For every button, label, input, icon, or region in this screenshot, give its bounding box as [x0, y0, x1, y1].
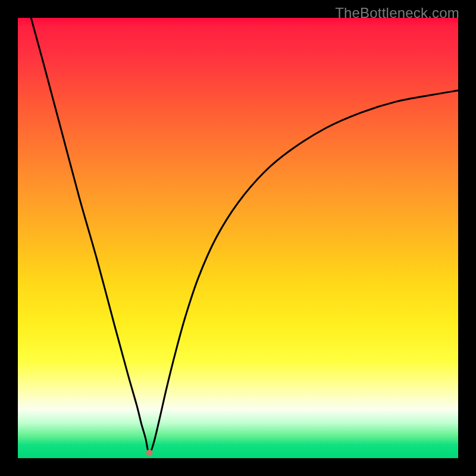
plot-area	[18, 18, 458, 458]
bottleneck-curve	[31, 18, 458, 453]
curve-svg	[18, 18, 458, 458]
minimum-marker	[146, 450, 153, 456]
watermark-text: TheBottleneck.com	[335, 5, 459, 21]
